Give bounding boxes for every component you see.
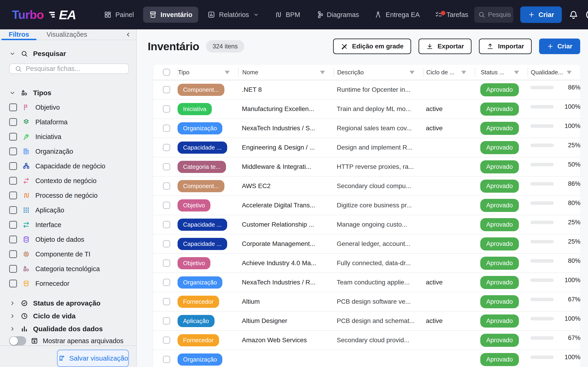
- nav-item-diagramas[interactable]: Diagramas: [309, 7, 365, 23]
- column-header-tipo[interactable]: Tipo: [178, 68, 238, 77]
- column-header-nome[interactable]: Nome: [238, 68, 334, 77]
- table-row[interactable]: FornecedorAltiumPCB design software ve..…: [153, 292, 580, 311]
- row-checkbox[interactable]: [163, 336, 170, 344]
- import-button[interactable]: Importar: [479, 39, 532, 54]
- row-checkbox[interactable]: [163, 279, 170, 286]
- row-checkbox[interactable]: [163, 259, 170, 267]
- section-qualidade-dos-dados[interactable]: Qualidade dos dados: [0, 323, 136, 335]
- table-row[interactable]: Capacidade ...Corporate Management...Gen…: [153, 234, 580, 254]
- tab-visualizacoes[interactable]: Visualizações: [38, 29, 96, 40]
- checkbox[interactable]: [9, 206, 17, 214]
- filter-icon[interactable]: [566, 69, 572, 75]
- create-button[interactable]: Criar: [539, 39, 580, 54]
- column-header-qualidade[interactable]: Qualidade...: [527, 68, 580, 77]
- types-section-header[interactable]: Tipos: [0, 89, 136, 97]
- column-header-descri-o[interactable]: Descrição: [334, 68, 423, 77]
- table-row[interactable]: ObjetivoAccelerate Digital Trans...Digit…: [153, 196, 580, 215]
- filter-icon[interactable]: [224, 69, 230, 75]
- save-view-button[interactable]: Salvar visualização: [57, 350, 129, 367]
- row-checkbox[interactable]: [163, 105, 170, 113]
- row-checkbox[interactable]: [163, 240, 170, 248]
- type-filter-objetivo[interactable]: Objetivo: [0, 100, 136, 115]
- section-ciclo-de-vida[interactable]: Ciclo de vida: [0, 310, 136, 323]
- account-avatar-icon[interactable]: [585, 9, 588, 20]
- section-status-de-aprovação[interactable]: Status de aprovação: [0, 297, 136, 310]
- select-all-checkbox[interactable]: [163, 69, 170, 76]
- type-filter-capacidade-de-negócio[interactable]: Capacidade de negócio: [0, 159, 136, 173]
- row-checkbox[interactable]: [163, 86, 170, 93]
- checkbox[interactable]: [9, 148, 17, 155]
- type-filter-contexto-de-negócio[interactable]: Contexto de negócio: [0, 173, 136, 188]
- table-row[interactable]: Capacidade ...Engineering & Design / ...…: [153, 138, 580, 157]
- type-filter-interface[interactable]: Interface: [0, 217, 136, 232]
- type-filter-fornecedor[interactable]: Fornecedor: [0, 276, 136, 291]
- search-section-header[interactable]: Pesquisar: [0, 50, 136, 58]
- table-row[interactable]: Component...AWS EC2Secondary cloud compu…: [153, 177, 580, 196]
- type-filter-organização[interactable]: Organização: [0, 144, 136, 159]
- row-checkbox[interactable]: [163, 182, 170, 190]
- chevron-down-icon[interactable]: [9, 50, 16, 57]
- checkbox[interactable]: [9, 221, 17, 229]
- table-row[interactable]: OrganizaçãoNexaTech Industries / S...Reg…: [153, 119, 580, 138]
- nav-item-relatórios[interactable]: Relatórios: [201, 7, 265, 23]
- row-checkbox[interactable]: [163, 298, 170, 305]
- type-filter-plataforma[interactable]: Plataforma: [0, 115, 136, 129]
- sidebar-collapse-button[interactable]: [120, 29, 136, 40]
- app-logo[interactable]: Turbo EA: [12, 7, 76, 22]
- type-filter-iniciativa[interactable]: Iniciativa: [0, 129, 136, 144]
- filter-icon[interactable]: [409, 69, 415, 75]
- sidebar-search-field[interactable]: [9, 64, 129, 74]
- nav-item-inventário[interactable]: Inventário: [143, 7, 199, 23]
- nav-item-entrega-ea[interactable]: Entrega EA: [368, 7, 426, 23]
- type-filter-objeto-de-dados[interactable]: Objeto de dados: [0, 232, 136, 247]
- type-filter-categoria-tecnológica[interactable]: Categoria tecnológica: [0, 261, 136, 276]
- nav-item-tarefas[interactable]: Tarefas: [429, 7, 474, 23]
- row-checkbox[interactable]: [163, 144, 170, 151]
- type-filter-processo-de-negócio[interactable]: Processo de negócio: [0, 188, 136, 203]
- sidebar-search-input[interactable]: [26, 65, 123, 73]
- checkbox[interactable]: [9, 133, 17, 141]
- filter-icon[interactable]: [460, 69, 467, 75]
- checkbox[interactable]: [9, 103, 17, 111]
- checkbox[interactable]: [9, 236, 17, 243]
- table-row[interactable]: OrganizaçãoNexaTech Industries / R...Tea…: [153, 273, 580, 292]
- table-row[interactable]: ObjetivoAchieve Industry 4.0 Ma...Fully …: [153, 254, 580, 273]
- table-row[interactable]: Categoria te...Middleware & Integrati...…: [153, 157, 580, 177]
- nav-item-painel[interactable]: Painel: [98, 7, 140, 23]
- row-checkbox[interactable]: [163, 202, 170, 209]
- global-search-input[interactable]: [488, 11, 511, 18]
- archived-toggle[interactable]: [9, 336, 26, 345]
- notifications-bell-icon[interactable]: [569, 10, 578, 19]
- filter-icon[interactable]: [513, 69, 520, 75]
- tab-filtros[interactable]: Filtros: [0, 29, 38, 40]
- nav-item-bpm[interactable]: BPM: [268, 7, 306, 23]
- row-checkbox[interactable]: [163, 356, 170, 363]
- filter-icon[interactable]: [319, 69, 326, 75]
- column-header-status[interactable]: Status ...: [475, 68, 527, 77]
- table-row[interactable]: Component....NET 8Runtime for Opcenter i…: [153, 80, 580, 100]
- chevron-down-icon[interactable]: [9, 90, 16, 96]
- table-row[interactable]: OrganizaçãoAprovado100%: [153, 350, 580, 367]
- nav-create-button[interactable]: Criar: [520, 6, 562, 23]
- type-filter-componente-de-ti[interactable]: Componente de TI: [0, 247, 136, 261]
- table-row[interactable]: AplicaçãoAltium DesignerPCB design and s…: [153, 311, 580, 331]
- table-row[interactable]: FornecedorAmazon Web ServicesSecondary c…: [153, 331, 580, 350]
- checkbox[interactable]: [9, 265, 17, 273]
- table-row[interactable]: Capacidade ...Customer Relationship ...M…: [153, 215, 580, 234]
- row-checkbox[interactable]: [163, 317, 170, 325]
- grid-edit-button[interactable]: Edição em grade: [333, 39, 411, 54]
- checkbox[interactable]: [9, 280, 17, 287]
- row-checkbox[interactable]: [163, 125, 170, 132]
- column-header-ciclo-de[interactable]: Ciclo de ...: [423, 68, 475, 77]
- global-search[interactable]: [474, 7, 513, 23]
- table-row[interactable]: IniciativaManufacturing Excellen...Train…: [153, 100, 580, 119]
- row-checkbox[interactable]: [163, 163, 170, 170]
- checkbox[interactable]: [9, 192, 17, 199]
- checkbox[interactable]: [9, 250, 17, 258]
- checkbox[interactable]: [9, 177, 17, 185]
- checkbox[interactable]: [9, 162, 17, 170]
- checkbox[interactable]: [9, 118, 17, 126]
- row-checkbox[interactable]: [163, 221, 170, 228]
- type-filter-aplicação[interactable]: Aplicação: [0, 203, 136, 217]
- export-button[interactable]: Exportar: [418, 39, 472, 54]
